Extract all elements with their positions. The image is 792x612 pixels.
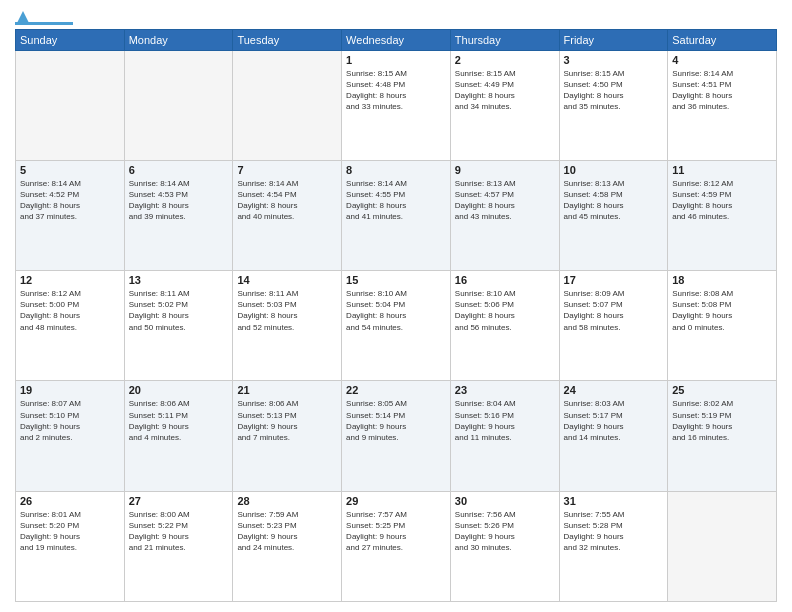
day-info: Sunrise: 8:07 AM Sunset: 5:10 PM Dayligh… (20, 398, 120, 443)
day-info: Sunrise: 8:05 AM Sunset: 5:14 PM Dayligh… (346, 398, 446, 443)
calendar-cell: 9Sunrise: 8:13 AM Sunset: 4:57 PM Daylig… (450, 160, 559, 270)
day-number: 11 (672, 164, 772, 176)
day-number: 20 (129, 384, 229, 396)
calendar-cell: 23Sunrise: 8:04 AM Sunset: 5:16 PM Dayli… (450, 381, 559, 491)
day-number: 3 (564, 54, 664, 66)
calendar-header-tuesday: Tuesday (233, 29, 342, 50)
calendar-cell: 28Sunrise: 7:59 AM Sunset: 5:23 PM Dayli… (233, 491, 342, 601)
day-info: Sunrise: 8:15 AM Sunset: 4:49 PM Dayligh… (455, 68, 555, 113)
day-info: Sunrise: 8:13 AM Sunset: 4:57 PM Dayligh… (455, 178, 555, 223)
day-number: 27 (129, 495, 229, 507)
day-number: 4 (672, 54, 772, 66)
day-number: 14 (237, 274, 337, 286)
calendar-header-row: SundayMondayTuesdayWednesdayThursdayFrid… (16, 29, 777, 50)
day-number: 8 (346, 164, 446, 176)
calendar-week-row: 5Sunrise: 8:14 AM Sunset: 4:52 PM Daylig… (16, 160, 777, 270)
logo (15, 10, 73, 23)
calendar-week-row: 12Sunrise: 8:12 AM Sunset: 5:00 PM Dayli… (16, 271, 777, 381)
calendar-cell: 22Sunrise: 8:05 AM Sunset: 5:14 PM Dayli… (342, 381, 451, 491)
day-info: Sunrise: 7:56 AM Sunset: 5:26 PM Dayligh… (455, 509, 555, 554)
day-info: Sunrise: 8:12 AM Sunset: 4:59 PM Dayligh… (672, 178, 772, 223)
day-info: Sunrise: 8:00 AM Sunset: 5:22 PM Dayligh… (129, 509, 229, 554)
calendar-cell: 14Sunrise: 8:11 AM Sunset: 5:03 PM Dayli… (233, 271, 342, 381)
calendar-header-thursday: Thursday (450, 29, 559, 50)
day-info: Sunrise: 8:02 AM Sunset: 5:19 PM Dayligh… (672, 398, 772, 443)
calendar-cell: 26Sunrise: 8:01 AM Sunset: 5:20 PM Dayli… (16, 491, 125, 601)
calendar-cell: 5Sunrise: 8:14 AM Sunset: 4:52 PM Daylig… (16, 160, 125, 270)
day-number: 22 (346, 384, 446, 396)
day-info: Sunrise: 7:59 AM Sunset: 5:23 PM Dayligh… (237, 509, 337, 554)
day-number: 9 (455, 164, 555, 176)
calendar-cell: 20Sunrise: 8:06 AM Sunset: 5:11 PM Dayli… (124, 381, 233, 491)
calendar-cell: 8Sunrise: 8:14 AM Sunset: 4:55 PM Daylig… (342, 160, 451, 270)
calendar-cell: 17Sunrise: 8:09 AM Sunset: 5:07 PM Dayli… (559, 271, 668, 381)
calendar-cell: 29Sunrise: 7:57 AM Sunset: 5:25 PM Dayli… (342, 491, 451, 601)
calendar-header-saturday: Saturday (668, 29, 777, 50)
calendar-cell: 31Sunrise: 7:55 AM Sunset: 5:28 PM Dayli… (559, 491, 668, 601)
day-number: 7 (237, 164, 337, 176)
day-number: 19 (20, 384, 120, 396)
day-info: Sunrise: 8:06 AM Sunset: 5:13 PM Dayligh… (237, 398, 337, 443)
calendar-cell (233, 50, 342, 160)
calendar-cell: 2Sunrise: 8:15 AM Sunset: 4:49 PM Daylig… (450, 50, 559, 160)
logo-underline (15, 22, 73, 25)
day-info: Sunrise: 8:14 AM Sunset: 4:51 PM Dayligh… (672, 68, 772, 113)
day-info: Sunrise: 8:10 AM Sunset: 5:04 PM Dayligh… (346, 288, 446, 333)
calendar-cell: 25Sunrise: 8:02 AM Sunset: 5:19 PM Dayli… (668, 381, 777, 491)
calendar-cell: 4Sunrise: 8:14 AM Sunset: 4:51 PM Daylig… (668, 50, 777, 160)
calendar-cell: 13Sunrise: 8:11 AM Sunset: 5:02 PM Dayli… (124, 271, 233, 381)
day-number: 6 (129, 164, 229, 176)
calendar-cell: 1Sunrise: 8:15 AM Sunset: 4:48 PM Daylig… (342, 50, 451, 160)
calendar-cell: 18Sunrise: 8:08 AM Sunset: 5:08 PM Dayli… (668, 271, 777, 381)
calendar-cell: 16Sunrise: 8:10 AM Sunset: 5:06 PM Dayli… (450, 271, 559, 381)
day-number: 31 (564, 495, 664, 507)
day-info: Sunrise: 8:12 AM Sunset: 5:00 PM Dayligh… (20, 288, 120, 333)
calendar-cell: 6Sunrise: 8:14 AM Sunset: 4:53 PM Daylig… (124, 160, 233, 270)
calendar-header-friday: Friday (559, 29, 668, 50)
day-number: 24 (564, 384, 664, 396)
day-number: 21 (237, 384, 337, 396)
day-number: 5 (20, 164, 120, 176)
day-info: Sunrise: 8:10 AM Sunset: 5:06 PM Dayligh… (455, 288, 555, 333)
calendar-cell: 3Sunrise: 8:15 AM Sunset: 4:50 PM Daylig… (559, 50, 668, 160)
calendar-cell (16, 50, 125, 160)
day-info: Sunrise: 8:11 AM Sunset: 5:03 PM Dayligh… (237, 288, 337, 333)
calendar-table: SundayMondayTuesdayWednesdayThursdayFrid… (15, 29, 777, 603)
day-number: 13 (129, 274, 229, 286)
day-number: 23 (455, 384, 555, 396)
calendar-cell: 10Sunrise: 8:13 AM Sunset: 4:58 PM Dayli… (559, 160, 668, 270)
calendar-cell: 12Sunrise: 8:12 AM Sunset: 5:00 PM Dayli… (16, 271, 125, 381)
calendar-cell: 11Sunrise: 8:12 AM Sunset: 4:59 PM Dayli… (668, 160, 777, 270)
calendar-cell: 15Sunrise: 8:10 AM Sunset: 5:04 PM Dayli… (342, 271, 451, 381)
day-info: Sunrise: 8:15 AM Sunset: 4:50 PM Dayligh… (564, 68, 664, 113)
calendar-cell: 21Sunrise: 8:06 AM Sunset: 5:13 PM Dayli… (233, 381, 342, 491)
day-info: Sunrise: 8:04 AM Sunset: 5:16 PM Dayligh… (455, 398, 555, 443)
day-number: 29 (346, 495, 446, 507)
calendar-cell: 27Sunrise: 8:00 AM Sunset: 5:22 PM Dayli… (124, 491, 233, 601)
calendar-cell: 24Sunrise: 8:03 AM Sunset: 5:17 PM Dayli… (559, 381, 668, 491)
day-info: Sunrise: 8:08 AM Sunset: 5:08 PM Dayligh… (672, 288, 772, 333)
day-info: Sunrise: 8:13 AM Sunset: 4:58 PM Dayligh… (564, 178, 664, 223)
day-info: Sunrise: 8:14 AM Sunset: 4:55 PM Dayligh… (346, 178, 446, 223)
day-number: 18 (672, 274, 772, 286)
day-number: 1 (346, 54, 446, 66)
day-number: 2 (455, 54, 555, 66)
day-number: 25 (672, 384, 772, 396)
calendar-cell (668, 491, 777, 601)
day-number: 17 (564, 274, 664, 286)
calendar-week-row: 19Sunrise: 8:07 AM Sunset: 5:10 PM Dayli… (16, 381, 777, 491)
header (15, 10, 777, 23)
day-info: Sunrise: 8:01 AM Sunset: 5:20 PM Dayligh… (20, 509, 120, 554)
day-number: 10 (564, 164, 664, 176)
day-info: Sunrise: 8:14 AM Sunset: 4:53 PM Dayligh… (129, 178, 229, 223)
page: SundayMondayTuesdayWednesdayThursdayFrid… (0, 0, 792, 612)
day-number: 15 (346, 274, 446, 286)
calendar-cell: 19Sunrise: 8:07 AM Sunset: 5:10 PM Dayli… (16, 381, 125, 491)
calendar-week-row: 1Sunrise: 8:15 AM Sunset: 4:48 PM Daylig… (16, 50, 777, 160)
day-number: 16 (455, 274, 555, 286)
day-info: Sunrise: 8:03 AM Sunset: 5:17 PM Dayligh… (564, 398, 664, 443)
calendar-header-sunday: Sunday (16, 29, 125, 50)
day-number: 26 (20, 495, 120, 507)
day-info: Sunrise: 8:06 AM Sunset: 5:11 PM Dayligh… (129, 398, 229, 443)
day-info: Sunrise: 8:11 AM Sunset: 5:02 PM Dayligh… (129, 288, 229, 333)
